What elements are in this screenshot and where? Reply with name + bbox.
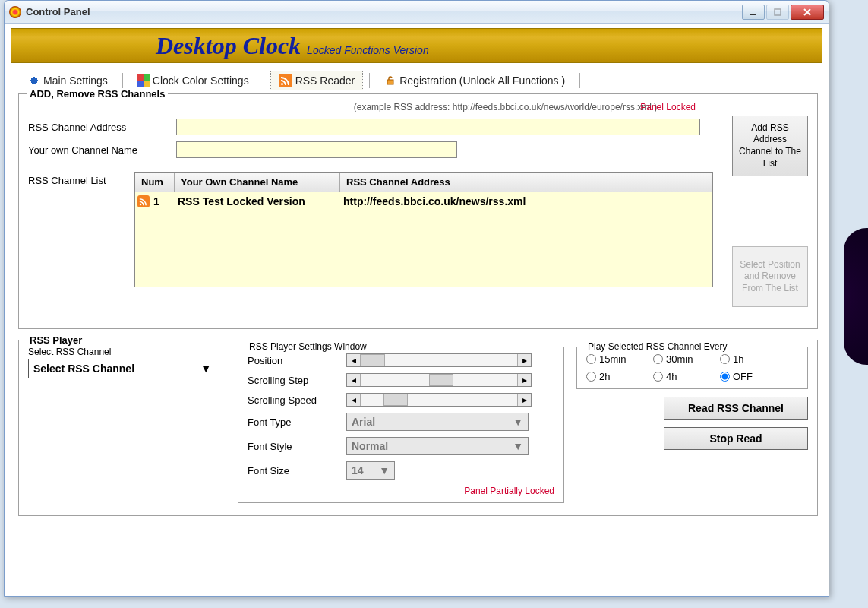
font-style-combo: Normal ▼ <box>346 437 529 455</box>
position-slider[interactable]: ◂ ▸ <box>346 353 532 367</box>
font-size-combo: 14 ▼ <box>346 461 395 480</box>
rss-channel-grid[interactable]: Num Your Own Channel Name RSS Channel Ad… <box>134 172 713 287</box>
separator <box>369 73 370 88</box>
banner-title: Desktop Clock <box>156 32 301 60</box>
banner: Desktop Clock Locked Functions Version <box>11 28 822 63</box>
cell-addr: http://feeds.bbci.co.uk/news/rss.xml <box>340 194 712 209</box>
banner-subtitle: Locked Functions Version <box>307 44 429 56</box>
arrow-right-icon[interactable]: ▸ <box>517 394 531 406</box>
tab-label: Registration (Unlock All Functions ) <box>399 74 565 87</box>
channel-name-input[interactable] <box>176 141 457 158</box>
chevron-down-icon: ▼ <box>513 440 523 452</box>
cell-num: 1 <box>153 194 175 209</box>
svg-point-6 <box>140 204 142 206</box>
separator <box>122 73 123 88</box>
rss-address-input[interactable] <box>176 119 700 135</box>
stop-read-button[interactable]: Stop Read <box>664 427 808 450</box>
scroll-speed-slider[interactable]: ◂ ▸ <box>346 393 532 407</box>
panel-partially-locked-label: Panel Partially Locked <box>248 486 554 496</box>
col-name: Your Own Channel Name <box>175 173 340 192</box>
chevron-down-icon: ▼ <box>379 464 390 477</box>
cell-name: RSS Test Locked Version <box>175 194 340 209</box>
player-settings-group: RSS Player Settings Window Position ◂ ▸ … <box>238 347 564 503</box>
play-interval-group: Play Selected RSS Channel Every 15min 30… <box>576 347 808 389</box>
col-num: Num <box>135 173 175 192</box>
scroll-step-label: Scrolling Step <box>248 375 346 386</box>
group-legend: Play Selected RSS Channel Every <box>585 341 730 352</box>
tab-main-settings[interactable]: Main Settings <box>20 71 116 90</box>
window-title: Control Panel <box>26 6 742 17</box>
group-legend: ADD, Remove RSS Channels <box>27 88 168 100</box>
arrow-left-icon[interactable]: ◂ <box>347 354 361 366</box>
rss-icon <box>279 74 292 87</box>
lock-icon <box>384 74 396 87</box>
remove-rss-button: Select Position and Remove From The List <box>732 246 808 307</box>
tab-label: RSS Reader <box>295 74 355 87</box>
interval-1h[interactable]: 1h <box>720 353 776 365</box>
table-row[interactable]: 1 RSS Test Locked Version http://feeds.b… <box>135 192 712 211</box>
add-remove-rss-group: ADD, Remove RSS Channels Panel Locked (e… <box>18 93 818 329</box>
rss-icon <box>137 195 150 207</box>
separator <box>264 73 264 88</box>
chevron-down-icon: ▼ <box>513 416 523 428</box>
interval-off[interactable]: OFF <box>720 371 776 382</box>
col-addr: RSS Channel Address <box>340 173 712 192</box>
scroll-step-slider[interactable]: ◂ ▸ <box>346 373 532 387</box>
chevron-down-icon: ▼ <box>200 363 211 375</box>
select-channel-combo[interactable]: Select RSS Channel ▼ <box>28 359 216 378</box>
svg-rect-5 <box>387 80 393 84</box>
app-icon <box>9 6 21 18</box>
separator <box>579 73 580 88</box>
position-label: Position <box>248 355 346 366</box>
palette-icon <box>137 74 150 87</box>
tab-label: Main Settings <box>43 74 108 87</box>
tab-rss-reader[interactable]: RSS Reader <box>270 71 364 90</box>
scroll-speed-label: Scrolling Speed <box>248 394 346 406</box>
font-size-label: Font Size <box>248 465 346 477</box>
rss-player-group: RSS Player Select RSS Channel Select RSS… <box>18 340 818 516</box>
minimize-button[interactable] <box>742 5 765 20</box>
control-panel-window: Control Panel Desktop Clock Locked Funct… <box>4 0 829 597</box>
group-legend: RSS Player <box>27 334 85 346</box>
combo-value: 14 <box>352 464 364 477</box>
channel-name-label: Your own Channel Name <box>28 144 176 156</box>
combo-value: Select RSS Channel <box>33 363 134 375</box>
close-button[interactable] <box>791 5 824 20</box>
arrow-right-icon[interactable]: ▸ <box>517 374 531 386</box>
svg-rect-1 <box>775 9 781 15</box>
background-clock-widget <box>844 228 868 365</box>
tab-label: Clock Color Settings <box>153 74 249 87</box>
arrow-right-icon[interactable]: ▸ <box>517 354 531 366</box>
tab-color-settings[interactable]: Clock Color Settings <box>129 71 257 90</box>
tab-registration[interactable]: Registration (Unlock All Functions ) <box>376 71 573 90</box>
interval-2h[interactable]: 2h <box>586 371 642 382</box>
add-rss-button[interactable]: Add RSS Address Channel to The List <box>732 116 808 176</box>
group-legend: RSS Player Settings Window <box>246 341 370 352</box>
combo-value: Normal <box>352 440 388 452</box>
titlebar[interactable]: Control Panel <box>5 1 829 24</box>
rss-address-label: RSS Channel Address <box>28 122 176 133</box>
font-style-label: Font Style <box>248 441 346 452</box>
font-type-label: Font Type <box>248 416 346 428</box>
svg-point-4 <box>281 83 283 85</box>
panel-locked-label: Panel Locked <box>640 102 696 112</box>
gear-icon <box>28 74 40 87</box>
maximize-button <box>766 5 789 20</box>
interval-30min[interactable]: 30min <box>653 353 709 365</box>
interval-15min[interactable]: 15min <box>586 353 642 365</box>
arrow-left-icon[interactable]: ◂ <box>347 394 361 406</box>
read-rss-button[interactable]: Read RSS Channel <box>664 397 808 420</box>
font-type-combo: Arial ▼ <box>346 413 529 431</box>
channel-list-label: RSS Channel List <box>28 172 134 186</box>
select-channel-label: Select RSS Channel <box>28 347 226 357</box>
combo-value: Arial <box>352 416 375 428</box>
arrow-left-icon[interactable]: ◂ <box>347 374 361 386</box>
interval-4h[interactable]: 4h <box>653 371 709 382</box>
